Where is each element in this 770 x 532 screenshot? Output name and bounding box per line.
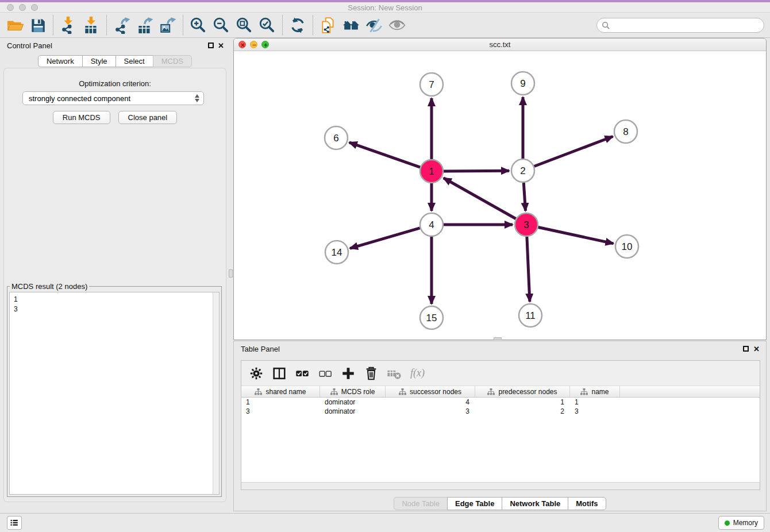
split-view-button[interactable] xyxy=(269,364,290,383)
hide-selected-icon xyxy=(365,17,383,34)
panel-splitter-handle[interactable] xyxy=(229,269,233,277)
graph-edge-2-3[interactable] xyxy=(523,183,525,211)
criterion-dropdown[interactable]: strongly connected component xyxy=(22,91,204,105)
memory-button[interactable]: Memory xyxy=(718,516,764,530)
result-scrollbar[interactable] xyxy=(213,292,219,494)
delete-table-disabled-icon xyxy=(387,366,402,381)
table-cell[interactable]: 1 xyxy=(570,398,620,407)
tab-motifs[interactable]: Motifs xyxy=(568,497,606,510)
table-cell[interactable]: 1 xyxy=(475,398,570,407)
deselect-all-button[interactable] xyxy=(315,364,336,383)
table-cell[interactable]: 3 xyxy=(570,407,620,416)
select-all-button[interactable] xyxy=(292,364,313,383)
tab-select[interactable]: Select xyxy=(116,55,153,67)
search-icon xyxy=(602,21,610,30)
table-horizontal-scrollbar[interactable] xyxy=(241,482,760,489)
tab-style[interactable]: Style xyxy=(82,55,116,67)
close-panel-icon[interactable]: ✕ xyxy=(218,41,224,50)
svg-text:3: 3 xyxy=(523,219,529,230)
column-header-name[interactable]: name xyxy=(570,386,620,398)
tab-network-table[interactable]: Network Table xyxy=(502,497,568,510)
search-field[interactable] xyxy=(596,18,764,33)
network-window-titlebar[interactable]: scc.txt xyxy=(234,38,766,51)
table-row[interactable]: 3dominator323 xyxy=(241,407,760,416)
zoom-selected-button[interactable] xyxy=(256,15,279,36)
tab-mcds[interactable]: MCDS xyxy=(153,55,192,67)
hide-selected-button[interactable] xyxy=(363,15,386,36)
table-cell[interactable]: 3 xyxy=(386,407,475,416)
add-column-button[interactable] xyxy=(338,364,359,383)
tab-edge-table[interactable]: Edge Table xyxy=(447,497,502,510)
graph-node-7[interactable]: 7 xyxy=(420,73,443,96)
table-cell[interactable]: 3 xyxy=(241,407,320,416)
save-session-icon xyxy=(29,17,47,34)
close-panel-button[interactable]: Close panel xyxy=(118,111,178,124)
cyndex-browser-button[interactable] xyxy=(340,15,363,36)
table-cell[interactable]: 1 xyxy=(241,398,320,407)
table-cell[interactable]: dominator xyxy=(320,398,386,407)
export-table-button[interactable] xyxy=(133,15,156,36)
tab-network[interactable]: Network xyxy=(38,55,83,67)
search-input[interactable] xyxy=(613,21,764,30)
graph-edge-1-6[interactable] xyxy=(349,142,421,167)
open-session-button[interactable] xyxy=(3,15,26,36)
clone-network-button[interactable] xyxy=(317,15,340,36)
zoom-fit-button[interactable] xyxy=(233,15,256,36)
clone-network-icon xyxy=(319,17,337,34)
float-table-panel-icon[interactable] xyxy=(743,346,749,352)
delete-table-disabled-button[interactable] xyxy=(384,364,405,383)
graph-node-15[interactable]: 15 xyxy=(420,306,443,329)
control-panel-tabs: NetworkStyleSelectMCDS xyxy=(0,55,230,67)
close-table-panel-icon[interactable]: ✕ xyxy=(753,345,760,353)
graph-node-1[interactable]: 1 xyxy=(420,160,443,183)
graph-node-11[interactable]: 11 xyxy=(519,304,542,327)
column-header-shared-name[interactable]: shared name xyxy=(241,386,320,398)
column-header-MCDS-role[interactable]: MCDS role xyxy=(320,386,386,398)
export-network-icon xyxy=(113,17,130,34)
import-network-button[interactable] xyxy=(57,15,80,36)
network-canvas[interactable]: 1234678910111415 xyxy=(234,51,766,340)
table-cell[interactable]: dominator xyxy=(320,407,386,416)
graph-node-3[interactable]: 3 xyxy=(515,213,538,236)
refresh-view-icon xyxy=(289,17,306,34)
import-table-button[interactable] xyxy=(80,15,103,36)
mcds-panel: Optimization criterion: strongly connect… xyxy=(3,68,226,502)
graph-node-6[interactable]: 6 xyxy=(325,126,348,149)
tab-node-table[interactable]: Node Table xyxy=(394,497,448,510)
settings-gear-button[interactable] xyxy=(246,364,267,383)
export-image-button[interactable] xyxy=(156,15,179,36)
graph-edge-4-14[interactable] xyxy=(350,228,420,248)
graph-node-4[interactable]: 4 xyxy=(420,213,443,236)
svg-text:8: 8 xyxy=(623,126,628,137)
graph-edge-3-10[interactable] xyxy=(538,228,614,244)
mcds-result-node: 3 xyxy=(14,304,215,314)
column-header-predecessor-nodes[interactable]: predecessor nodes xyxy=(475,386,570,398)
graph-edge-2-8[interactable] xyxy=(534,137,613,167)
graph-edge-3-11[interactable] xyxy=(527,237,530,302)
table-cell[interactable]: 2 xyxy=(475,407,570,416)
network-resize-handle[interactable] xyxy=(494,337,502,340)
graph-node-8[interactable]: 8 xyxy=(614,120,637,143)
task-history-button[interactable] xyxy=(7,516,22,530)
refresh-view-button[interactable] xyxy=(286,15,309,36)
graph-node-10[interactable]: 10 xyxy=(615,235,638,258)
graph-edge-3-1[interactable] xyxy=(444,178,516,219)
export-network-button[interactable] xyxy=(110,15,133,36)
show-hidden-disabled-button[interactable] xyxy=(386,15,409,36)
run-mcds-button[interactable]: Run MCDS xyxy=(53,111,110,124)
table-row[interactable]: 1dominator411 xyxy=(241,398,760,407)
table-cell[interactable]: 4 xyxy=(386,398,475,407)
graph-node-14[interactable]: 14 xyxy=(325,241,348,264)
graph-node-2[interactable]: 2 xyxy=(511,159,534,182)
table-column-headers: shared nameMCDS rolesuccessor nodesprede… xyxy=(241,386,760,398)
delete-column-button[interactable] xyxy=(361,364,382,383)
graph-node-9[interactable]: 9 xyxy=(511,72,534,95)
zoom-in-button[interactable] xyxy=(187,15,210,36)
column-header-successor-nodes[interactable]: successor nodes xyxy=(386,386,475,398)
svg-text:1: 1 xyxy=(429,166,434,177)
save-session-button[interactable] xyxy=(26,15,49,36)
svg-text:2: 2 xyxy=(520,165,525,176)
zoom-out-button[interactable] xyxy=(210,15,233,36)
float-panel-icon[interactable] xyxy=(208,43,214,48)
graph-edge-1-2[interactable] xyxy=(444,171,509,171)
